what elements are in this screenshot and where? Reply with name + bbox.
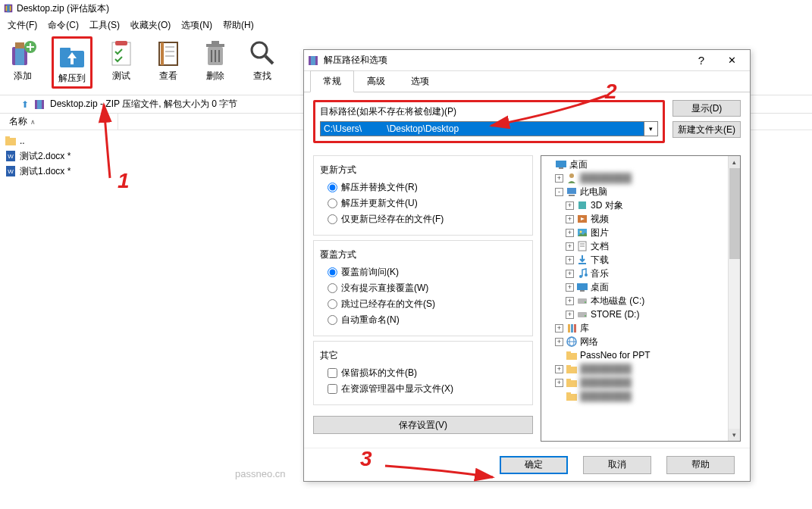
tree-label: PassNeo for PPT: [580, 350, 651, 361]
path-input[interactable]: [320, 121, 644, 136]
check-keep-broken[interactable]: 保留损坏的文件(B): [317, 365, 529, 381]
tab-general[interactable]: 常规: [310, 70, 354, 92]
toolbar-view-button[interactable]: 查看: [150, 36, 187, 84]
expand-icon[interactable]: +: [566, 270, 574, 278]
radio-extract-replace[interactable]: 解压并替换文件(R): [317, 180, 529, 195]
toolbar-find-label: 查找: [253, 70, 271, 83]
expand-icon[interactable]: +: [555, 174, 563, 183]
tree-item[interactable]: +网络: [543, 335, 738, 348]
expand-icon[interactable]: +: [566, 215, 574, 223]
expand-icon[interactable]: +: [555, 365, 563, 373]
doc-icon: [576, 240, 588, 252]
up-button[interactable]: ⬆: [21, 99, 29, 110]
svg-rect-34: [556, 161, 566, 167]
toolbar-test-button[interactable]: 测试: [103, 36, 140, 84]
scrollbar[interactable]: ▴ ▾: [728, 156, 740, 441]
tree-item[interactable]: +视频: [543, 212, 738, 226]
update-mode-group: 更新方式 解压并替换文件(R) 解压并更新文件(U) 仅更新已经存在的文件(F): [313, 155, 533, 236]
path-combobox[interactable]: ▾: [320, 121, 658, 136]
tree-item[interactable]: +文档: [543, 239, 738, 253]
tab-advanced[interactable]: 高级: [354, 70, 398, 92]
toolbar-view-label: 查看: [159, 70, 177, 83]
expand-icon[interactable]: +: [566, 283, 574, 292]
tree-item[interactable]: +下载: [543, 253, 738, 267]
menu-help[interactable]: 帮助(H): [218, 17, 259, 33]
ok-button[interactable]: 确定: [500, 456, 568, 474]
expand-icon[interactable]: -: [555, 188, 563, 196]
expand-icon[interactable]: +: [566, 297, 574, 305]
svg-rect-8: [60, 48, 71, 52]
tree-label: 网络: [580, 336, 598, 348]
save-settings-button[interactable]: 保存设置(V): [313, 416, 533, 434]
tree-item[interactable]: +████████: [543, 171, 738, 185]
menubar: 文件(F) 命令(C) 工具(S) 收藏夹(O) 选项(N) 帮助(H): [0, 17, 812, 33]
folder-icon: [5, 135, 17, 147]
toolbar-find-button[interactable]: 查找: [244, 36, 281, 84]
file-name: 测试2.docx *: [20, 150, 71, 163]
tree-item[interactable]: +████████: [543, 376, 738, 389]
tree-item[interactable]: +STORE (D:): [543, 308, 738, 321]
help-button[interactable]: ?: [686, 51, 716, 70]
folder-tree[interactable]: 桌面+████████-此电脑+3D 对象+视频+图片+文档+下载+音乐+桌面+…: [541, 155, 741, 442]
menu-options[interactable]: 选项(N): [177, 17, 217, 33]
radio-auto-rename[interactable]: 自动重命名(N): [317, 312, 529, 328]
expand-icon[interactable]: +: [566, 201, 574, 210]
tree-item[interactable]: +库: [543, 321, 738, 335]
menu-commands[interactable]: 命令(C): [43, 17, 83, 33]
toolbar-extract-to-button[interactable]: 解压到: [52, 36, 92, 89]
expand-icon[interactable]: +: [555, 324, 563, 333]
radio-ask-overwrite[interactable]: 覆盖前询问(K): [317, 264, 529, 280]
destination-path-group: 目标路径(如果不存在将被创建)(P) ▾: [313, 100, 665, 143]
tree-item[interactable]: +桌面: [543, 280, 738, 294]
tree-item[interactable]: PassNeo for PPT: [543, 348, 738, 362]
tree-label: ████████: [580, 173, 632, 183]
tree-label: 此电脑: [580, 186, 607, 198]
tree-item[interactable]: +3D 对象: [543, 198, 738, 212]
menu-file[interactable]: 文件(F): [3, 17, 42, 33]
radio-freshen-only[interactable]: 仅更新已经存在的文件(F): [317, 211, 529, 227]
help-button-footer[interactable]: 帮助: [666, 456, 735, 474]
radio-extract-update[interactable]: 解压并更新文件(U): [317, 195, 529, 211]
menu-favorites[interactable]: 收藏夹(O): [126, 17, 175, 33]
expand-icon[interactable]: +: [555, 379, 563, 387]
scroll-down-button[interactable]: ▾: [729, 429, 740, 441]
new-folder-button[interactable]: 新建文件夹(E): [672, 121, 741, 138]
tree-item[interactable]: 桌面: [543, 158, 738, 171]
tree-label: 图片: [591, 226, 609, 239]
tree-item[interactable]: +████████: [543, 362, 738, 376]
cancel-button[interactable]: 取消: [583, 456, 651, 474]
docx-icon: W: [5, 165, 17, 177]
expand-icon[interactable]: +: [566, 229, 574, 237]
app-icon: [3, 3, 14, 14]
tree-item[interactable]: -此电脑: [543, 185, 738, 198]
expand-icon[interactable]: +: [555, 338, 563, 346]
menu-tools[interactable]: 工具(S): [85, 17, 124, 33]
tree-item[interactable]: +音乐: [543, 267, 738, 280]
scroll-up-button[interactable]: ▴: [729, 156, 740, 168]
toolbar-delete-button[interactable]: 删除: [197, 36, 234, 84]
close-button[interactable]: ✕: [716, 51, 747, 70]
svg-rect-10: [115, 41, 127, 45]
tree-item[interactable]: +图片: [543, 226, 738, 239]
svg-point-36: [569, 173, 574, 178]
svg-rect-57: [574, 324, 576, 333]
tree-item[interactable]: ████████: [543, 389, 738, 403]
misc-label: 其它: [320, 349, 529, 362]
expand-icon[interactable]: +: [566, 242, 574, 251]
chevron-down-icon[interactable]: ▾: [644, 121, 658, 136]
toolbar-add-button[interactable]: 添加: [5, 36, 41, 84]
scroll-thumb[interactable]: [729, 168, 740, 259]
tree-item[interactable]: +本地磁盘 (C:): [543, 294, 738, 308]
tree-label: STORE (D:): [591, 309, 639, 320]
radio-overwrite-noask[interactable]: 没有提示直接覆盖(W): [317, 280, 529, 296]
tab-options[interactable]: 选项: [398, 70, 442, 92]
radio-skip-existing[interactable]: 跳过已经存在的文件(S): [317, 296, 529, 312]
net-icon: [566, 336, 578, 348]
expand-icon[interactable]: +: [566, 256, 574, 264]
check-show-explorer[interactable]: 在资源管理器中显示文件(X): [317, 381, 529, 397]
expand-icon[interactable]: +: [566, 311, 574, 319]
show-button[interactable]: 显示(D): [672, 100, 741, 117]
pc-icon: [566, 186, 578, 198]
dialog-icon: [307, 55, 319, 67]
column-name[interactable]: 名称∧: [5, 114, 118, 130]
